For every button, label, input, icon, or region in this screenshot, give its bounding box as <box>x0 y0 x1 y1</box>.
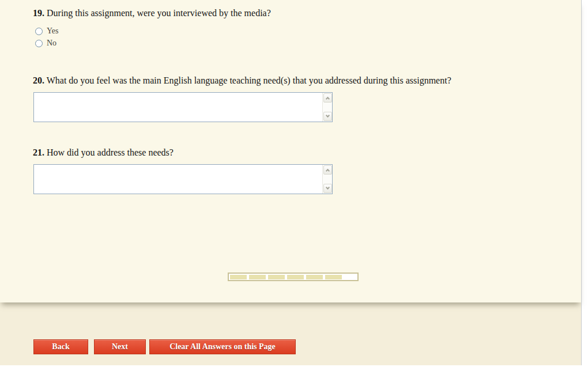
chevron-up-icon <box>326 97 330 101</box>
survey-page: 19. During this assignment, were you int… <box>0 0 588 367</box>
radio-button-yes[interactable] <box>35 28 43 35</box>
survey-footer: Back Next Clear All Answers on this Page <box>0 302 581 365</box>
radio-button-no[interactable] <box>35 40 43 47</box>
question-20: 20. What do you feel was the main Englis… <box>33 75 451 86</box>
question-21-answer-box <box>33 164 333 194</box>
scroll-up-button[interactable] <box>323 93 332 103</box>
question-21-number: 21. <box>33 147 44 157</box>
answer-option-yes[interactable]: Yes <box>35 27 58 36</box>
question-21: 21. How did you address these needs? <box>33 147 174 158</box>
survey-content-area: 19. During this assignment, were you int… <box>0 0 581 302</box>
progress-segment <box>268 275 285 279</box>
question-20-textarea[interactable] <box>34 93 322 122</box>
question-19-number: 19. <box>33 8 44 18</box>
scroll-down-button[interactable] <box>323 112 332 121</box>
progress-segment <box>325 275 342 279</box>
question-21-textarea[interactable] <box>34 165 322 194</box>
progress-segment <box>306 275 323 279</box>
answer-option-no[interactable]: No <box>35 39 56 48</box>
radio-label-no[interactable]: No <box>47 39 56 48</box>
chevron-down-icon <box>326 186 330 190</box>
question-19: 19. During this assignment, were you int… <box>33 8 271 18</box>
chevron-up-icon <box>326 169 330 173</box>
scroll-down-button[interactable] <box>323 184 332 193</box>
scroll-up-button[interactable] <box>323 165 332 175</box>
question-20-number: 20. <box>33 75 44 85</box>
page-right-edge-line <box>581 0 582 365</box>
back-button[interactable]: Back <box>33 339 88 354</box>
progress-segment <box>287 275 304 279</box>
question-20-text: What do you feel was the main English la… <box>47 75 451 85</box>
question-20-answer-box <box>33 92 333 122</box>
next-button[interactable]: Next <box>94 339 146 354</box>
progress-segment <box>230 275 247 279</box>
question-21-text: How did you address these needs? <box>47 147 174 157</box>
chevron-down-icon <box>326 113 330 118</box>
progress-segment <box>249 275 266 279</box>
progress-bar-fill <box>229 274 357 280</box>
radio-label-yes[interactable]: Yes <box>47 27 58 36</box>
question-20-scrollbar[interactable] <box>322 93 332 122</box>
clear-all-answers-button[interactable]: Clear All Answers on this Page <box>149 339 296 354</box>
question-19-text: During this assignment, were you intervi… <box>47 8 271 18</box>
question-21-scrollbar[interactable] <box>322 165 332 194</box>
progress-bar <box>228 273 359 281</box>
